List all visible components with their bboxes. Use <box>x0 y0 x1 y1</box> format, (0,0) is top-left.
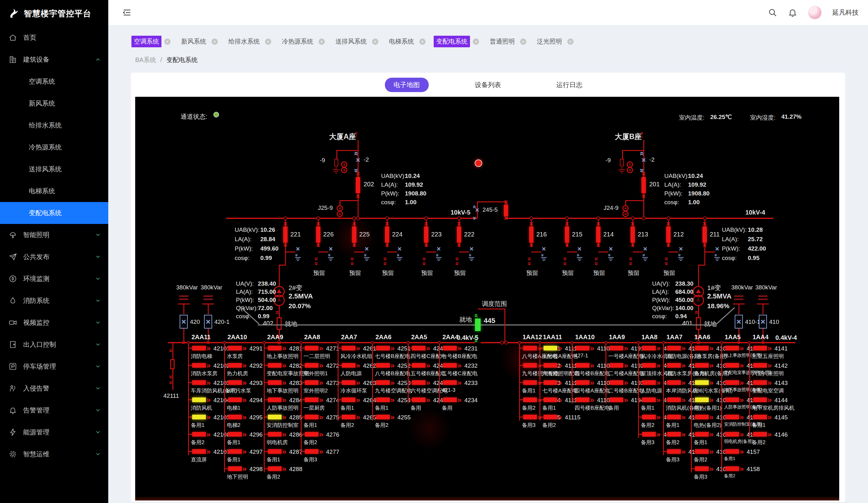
lv-feeder-breaker[interactable] <box>610 346 623 351</box>
lv-feeder-breaker[interactable] <box>642 363 656 368</box>
lv-feeder-breaker[interactable] <box>342 346 355 351</box>
lv-feeder-breaker[interactable] <box>228 449 242 454</box>
sidebar-item-11[interactable]: 能源管理 <box>0 421 108 443</box>
lv-feeder-breaker[interactable] <box>228 415 242 419</box>
lv-feeder-breaker[interactable] <box>642 398 656 402</box>
lv-feeder-breaker[interactable] <box>268 363 282 368</box>
lv-feeder-breaker[interactable] <box>228 346 242 351</box>
feeder-breaker[interactable] <box>283 227 288 243</box>
lv-feeder-breaker[interactable] <box>443 398 457 402</box>
sidebar-subitem[interactable]: 冷热源系统 <box>0 136 108 158</box>
lv-feeder-breaker[interactable] <box>753 346 767 351</box>
sidebar-subitem[interactable]: 电梯系统 <box>0 180 108 202</box>
lv-feeder-breaker[interactable] <box>753 415 767 419</box>
lv-feeder-breaker[interactable] <box>228 398 242 402</box>
sidebar-item-1[interactable]: 建筑设备 <box>0 49 108 70</box>
tab-chip[interactable]: 冷热源系统 <box>279 36 316 47</box>
search-icon[interactable] <box>768 8 777 17</box>
lv-feeder-breaker[interactable] <box>228 466 242 471</box>
feeder-breaker[interactable] <box>424 227 428 243</box>
feeder-breaker[interactable] <box>385 227 389 243</box>
lv-feeder-breaker[interactable] <box>695 363 709 368</box>
sidebar-subitem[interactable]: 新风系统 <box>0 92 108 114</box>
lv-feeder-breaker[interactable] <box>342 380 355 385</box>
lv-feeder-breaker[interactable] <box>228 432 242 436</box>
lv-feeder-breaker[interactable] <box>667 380 681 385</box>
lv-feeder-breaker[interactable] <box>544 346 557 351</box>
sidebar-subitem[interactable]: 空调系统 <box>0 70 108 92</box>
feeder-breaker[interactable] <box>352 227 356 243</box>
view-tab[interactable]: 设备列表 <box>466 78 510 92</box>
lv-feeder-breaker[interactable] <box>667 346 681 351</box>
lv-feeder-breaker[interactable] <box>610 380 623 385</box>
lv-tie-breaker[interactable] <box>475 319 480 331</box>
lv-feeder-breaker[interactable] <box>667 432 681 436</box>
lv-feeder-breaker[interactable] <box>753 432 767 436</box>
lv-feeder-breaker[interactable] <box>376 398 390 402</box>
scada-canvas[interactable]: 通道状态: 室内温度: 26.25℃ 室内湿度: 41.27% 大厦A座↑××-… <box>135 97 839 501</box>
lv-incomer-breaker[interactable] <box>277 317 282 330</box>
lv-feeder-breaker[interactable] <box>192 380 206 385</box>
lv-feeder-breaker[interactable] <box>725 449 739 454</box>
feeder-breaker[interactable] <box>666 227 671 243</box>
sidebar-item-2[interactable]: 智能照明 <box>0 224 108 246</box>
company-name[interactable]: 延凡科技 <box>832 8 859 17</box>
lv-feeder-breaker[interactable] <box>576 346 589 351</box>
sidebar-item-9[interactable]: 入侵告警 <box>0 378 108 399</box>
sidebar-subitem[interactable]: 给排水系统 <box>0 114 108 136</box>
lv-feeder-breaker[interactable] <box>268 380 282 385</box>
lv-feeder-breaker[interactable] <box>305 380 319 385</box>
lv-feeder-breaker[interactable] <box>753 380 767 385</box>
close-icon[interactable]: × <box>164 39 170 45</box>
lv-feeder-breaker[interactable] <box>268 415 282 419</box>
lv-feeder-breaker[interactable] <box>642 415 656 419</box>
lv-feeder-breaker[interactable] <box>695 380 709 385</box>
lv-feeder-breaker[interactable] <box>192 398 206 402</box>
lv-feeder-breaker[interactable] <box>753 398 767 402</box>
user-avatar[interactable] <box>808 6 822 19</box>
lv-feeder-breaker[interactable] <box>376 346 390 351</box>
lv-feeder-breaker[interactable] <box>753 363 767 368</box>
lv-feeder-breaker[interactable] <box>192 432 206 436</box>
alarm-indicator-dot[interactable] <box>475 159 482 167</box>
lv-feeder-breaker[interactable] <box>576 380 589 385</box>
tab-chip[interactable]: 送排风系统 <box>333 36 369 47</box>
lv-feeder-breaker[interactable] <box>376 415 390 419</box>
feeder-breaker[interactable] <box>316 227 320 243</box>
lv-feeder-breaker[interactable] <box>342 415 355 419</box>
sidebar-item-5[interactable]: 消防系统 <box>0 290 108 312</box>
incomer-breaker[interactable] <box>356 177 360 193</box>
lv-feeder-breaker[interactable] <box>610 398 623 402</box>
close-icon[interactable]: × <box>372 39 378 45</box>
lv-feeder-breaker[interactable] <box>725 346 739 351</box>
lv-feeder-breaker[interactable] <box>695 415 709 419</box>
lv-feeder-breaker[interactable] <box>523 398 537 402</box>
lv-feeder-breaker[interactable] <box>544 380 557 385</box>
lv-feeder-breaker[interactable] <box>305 398 319 402</box>
lv-feeder-breaker[interactable] <box>268 346 282 351</box>
sidebar-item-6[interactable]: 视频监控 <box>0 312 108 334</box>
lv-feeder-breaker[interactable] <box>305 449 319 454</box>
lv-feeder-breaker[interactable] <box>412 363 425 368</box>
lv-feeder-breaker[interactable] <box>610 363 623 368</box>
sidebar-item-4[interactable]: 环境监测 <box>0 268 108 290</box>
lv-feeder-breaker[interactable] <box>192 363 206 368</box>
lv-feeder-breaker[interactable] <box>642 346 656 351</box>
lv-feeder-breaker[interactable] <box>725 415 739 419</box>
lv-feeder-breaker[interactable] <box>576 363 589 368</box>
lv-feeder-breaker[interactable] <box>523 415 537 419</box>
view-tab[interactable]: 运行日志 <box>548 78 591 92</box>
close-icon[interactable]: × <box>419 39 425 45</box>
lv-feeder-breaker[interactable] <box>443 346 457 351</box>
close-icon[interactable]: × <box>265 39 271 45</box>
sidebar-item-3[interactable]: 公共发布 <box>0 246 108 268</box>
lv-feeder-breaker[interactable] <box>544 398 557 402</box>
lv-feeder-breaker[interactable] <box>443 363 457 368</box>
tab-chip[interactable]: 空调系统 <box>132 36 162 47</box>
lv-feeder-breaker[interactable] <box>412 398 425 402</box>
incomer-breaker[interactable] <box>641 177 646 193</box>
side-feeder-breaker[interactable] <box>170 359 175 369</box>
lv-feeder-breaker[interactable] <box>695 466 709 471</box>
lv-feeder-breaker[interactable] <box>305 363 319 368</box>
tab-chip[interactable]: 变配电系统 <box>434 36 470 47</box>
